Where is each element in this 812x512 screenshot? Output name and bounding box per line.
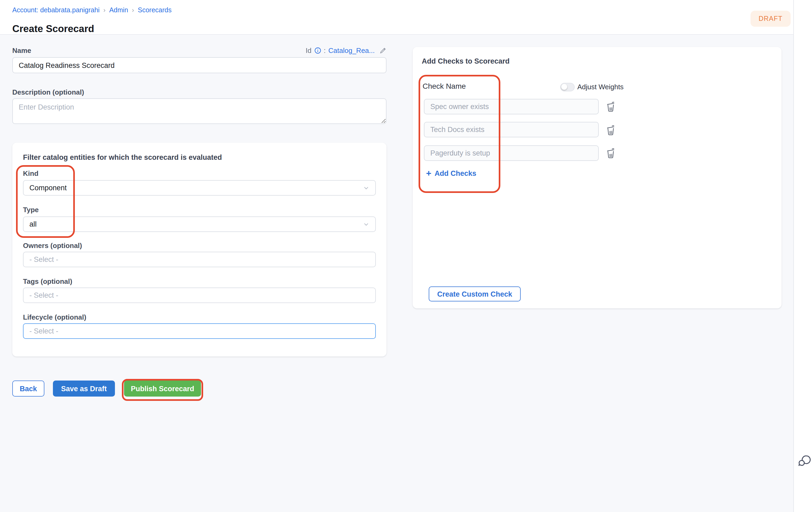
- chevron-down-icon: [363, 185, 369, 191]
- check-name-column-header: Check Name: [423, 82, 466, 90]
- lifecycle-select-input[interactable]: [23, 323, 376, 339]
- edit-id-pencil-icon[interactable]: [379, 47, 386, 54]
- description-label: Description (optional): [12, 88, 84, 96]
- add-checks-button[interactable]: + Add Checks: [426, 170, 476, 177]
- adjust-weights-label: Adjust Weights: [577, 83, 624, 91]
- tags-select-input[interactable]: [23, 288, 376, 303]
- check-name-input[interactable]: [424, 122, 599, 137]
- toggle-knob: [561, 84, 567, 90]
- delete-check-trash-icon[interactable]: [606, 147, 617, 159]
- create-scorecard-page: Account: debabrata.panigrahi › Admin › S…: [0, 0, 812, 512]
- tags-label: Tags (optional): [23, 277, 72, 285]
- breadcrumb-separator-icon: ›: [104, 6, 106, 14]
- add-checks-label: Add Checks: [435, 170, 476, 177]
- publish-scorecard-button[interactable]: Publish Scorecard: [124, 381, 201, 397]
- id-separator: :: [324, 47, 325, 55]
- adjust-weights-toggle[interactable]: [560, 83, 575, 91]
- filter-heading: Filter catalog entities for which the sc…: [23, 153, 222, 161]
- main-content-area: Account: debabrata.panigrahi › Admin › S…: [0, 0, 793, 512]
- filter-card: Filter catalog entities for which the sc…: [12, 143, 386, 357]
- scorecard-id-row: Id : Catalog_Rea...: [306, 47, 386, 55]
- scorecard-id-value[interactable]: Catalog_Rea...: [328, 47, 375, 55]
- create-custom-check-button[interactable]: Create Custom Check: [429, 287, 521, 301]
- name-label: Name: [12, 47, 31, 55]
- description-textarea[interactable]: [12, 98, 386, 124]
- breadcrumb-separator-icon: ›: [132, 6, 134, 14]
- plus-icon: +: [426, 170, 431, 177]
- name-id-row: Name Id : Catalog_Rea...: [12, 47, 386, 55]
- check-name-input[interactable]: [424, 99, 599, 114]
- type-select[interactable]: all: [23, 216, 376, 232]
- add-checks-heading: Add Checks to Scorecard: [422, 57, 510, 65]
- kind-select[interactable]: Component: [23, 180, 376, 195]
- info-icon[interactable]: [314, 47, 321, 54]
- kind-select-value: Component: [29, 184, 67, 192]
- type-select-value: all: [29, 220, 37, 228]
- owners-label: Owners (optional): [23, 242, 82, 249]
- owners-select-input[interactable]: [23, 252, 376, 267]
- page-header: Account: debabrata.panigrahi › Admin › S…: [0, 0, 793, 35]
- status-badge: DRAFT: [751, 10, 791, 26]
- delete-check-trash-icon[interactable]: [606, 100, 617, 112]
- back-button[interactable]: Back: [12, 381, 45, 397]
- breadcrumb-account-link[interactable]: Account: debabrata.panigrahi: [12, 6, 100, 14]
- page-title: Create Scorecard: [12, 23, 94, 35]
- right-rail: [793, 0, 812, 512]
- check-name-input[interactable]: [424, 145, 599, 160]
- lifecycle-label: Lifecycle (optional): [23, 313, 86, 321]
- chevron-down-icon: [363, 221, 369, 228]
- name-input[interactable]: [12, 57, 386, 73]
- chat-help-icon[interactable]: [797, 454, 812, 470]
- type-label: Type: [23, 206, 39, 214]
- save-as-draft-button[interactable]: Save as Draft: [53, 381, 115, 397]
- breadcrumb-scorecards-link[interactable]: Scorecards: [138, 6, 172, 14]
- delete-check-trash-icon[interactable]: [606, 124, 617, 135]
- breadcrumb: Account: debabrata.panigrahi › Admin › S…: [12, 6, 172, 14]
- id-label: Id: [306, 47, 312, 55]
- kind-label: Kind: [23, 170, 38, 177]
- breadcrumb-admin-link[interactable]: Admin: [109, 6, 128, 14]
